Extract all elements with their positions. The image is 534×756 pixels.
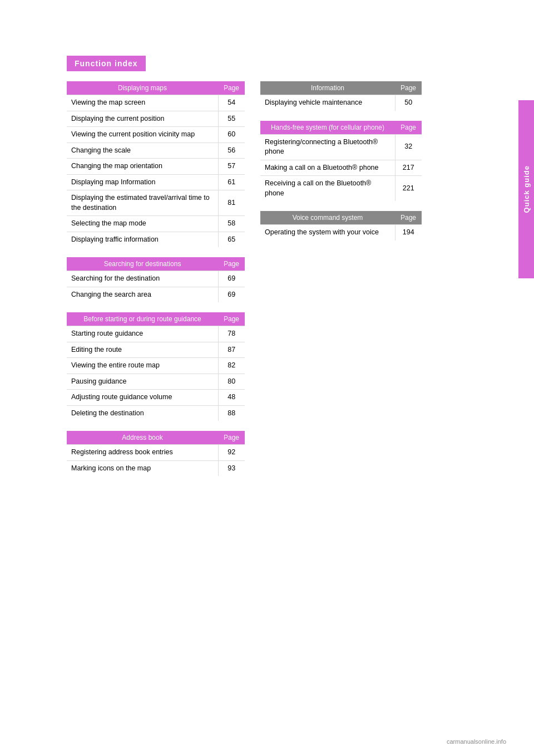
row-page: 69 [218, 271, 245, 287]
row-label: Viewing the map screen [67, 95, 218, 111]
voice-command-table: Voice command system Page Operating the … [260, 211, 422, 240]
row-label: Making a call on a Bluetooth® phone [260, 160, 395, 176]
voice-command-page-col: Page [395, 211, 422, 225]
row-label: Viewing the current position vicinity ma… [67, 127, 218, 143]
row-label: Adjusting route guidance volume [67, 390, 218, 406]
row-label: Editing the route [67, 342, 218, 358]
table-row: Changing the scale56 [67, 143, 245, 159]
table-row: Changing the map orientation57 [67, 159, 245, 175]
displaying-maps-page-col: Page [218, 81, 245, 95]
row-label: Changing the search area [67, 287, 218, 302]
row-label: Receiving a call on the Bluetooth® phone [260, 176, 395, 202]
hands-free-table: Hands-free system (for cellular phone) P… [260, 121, 422, 202]
row-label: Displaying the current position [67, 111, 218, 127]
table-row: Viewing the map screen54 [67, 95, 245, 111]
table-row: Selecting the map mode58 [67, 216, 245, 232]
row-label: Displaying vehicle maintenance [260, 95, 395, 111]
row-label: Changing the scale [67, 143, 218, 159]
row-page: 69 [218, 287, 245, 302]
table-row: Displaying the current position55 [67, 111, 245, 127]
table-row: Searching for the destination69 [67, 271, 245, 287]
table-row: Pausing guidance80 [67, 374, 245, 390]
section-title: Function index [67, 56, 146, 71]
row-page: 87 [218, 342, 245, 358]
route-guidance-header: Before starting or during route guidance [67, 312, 218, 326]
table-row: Viewing the entire route map82 [67, 358, 245, 374]
row-page: 54 [218, 95, 245, 111]
table-row: Registering/connecting a Bluetooth® phon… [260, 134, 422, 160]
row-page: 217 [395, 160, 422, 176]
address-book-table: Address book Page Registering address bo… [67, 431, 245, 476]
table-row: Operating the system with your voice194 [260, 225, 422, 240]
row-label: Starting route guidance [67, 326, 218, 342]
table-row: Starting route guidance78 [67, 326, 245, 342]
hands-free-page-col: Page [395, 121, 422, 135]
row-label: Marking icons on the map [67, 460, 218, 476]
row-page: 88 [218, 405, 245, 421]
table-row: Marking icons on the map93 [67, 460, 245, 476]
table-row: Displaying vehicle maintenance50 [260, 95, 422, 111]
footer-text: carmanualsonline.info [447, 738, 506, 745]
row-label: Displaying the estimated travel/arrival … [67, 190, 218, 216]
hands-free-header: Hands-free system (for cellular phone) [260, 121, 395, 135]
displaying-maps-table: Displaying maps Page Viewing the map scr… [67, 81, 245, 247]
content-area: Function index Displaying maps Page View… [67, 22, 506, 486]
row-page: 194 [395, 225, 422, 240]
row-page: 50 [395, 95, 422, 111]
row-label: Deleting the destination [67, 405, 218, 421]
left-column: Displaying maps Page Viewing the map scr… [67, 81, 245, 486]
row-label: Registering/connecting a Bluetooth® phon… [260, 134, 395, 160]
row-page: 58 [218, 216, 245, 232]
row-label: Operating the system with your voice [260, 225, 395, 240]
row-page: 56 [218, 143, 245, 159]
row-page: 65 [218, 232, 245, 247]
page-index-marker: i [516, 99, 517, 107]
footer: carmanualsonline.info [447, 738, 506, 745]
row-page: 221 [395, 176, 422, 202]
row-page: 48 [218, 390, 245, 406]
row-page: 82 [218, 358, 245, 374]
row-label: Changing the map orientation [67, 159, 218, 175]
address-book-page-col: Page [218, 431, 245, 445]
columns-wrapper: Displaying maps Page Viewing the map scr… [67, 81, 506, 486]
row-page: 60 [218, 127, 245, 143]
right-column: Information Page Displaying vehicle main… [260, 81, 422, 251]
sidebar-tab: Quick guide [518, 100, 534, 278]
table-row: Deleting the destination88 [67, 405, 245, 421]
table-row: Editing the route87 [67, 342, 245, 358]
searching-destinations-page-col: Page [218, 257, 245, 271]
searching-destinations-header: Searching for destinations [67, 257, 218, 271]
route-guidance-page-col: Page [218, 312, 245, 326]
table-row: Displaying the estimated travel/arrival … [67, 190, 245, 216]
row-page: 81 [218, 190, 245, 216]
row-label: Registering address book entries [67, 445, 218, 461]
sidebar-tab-label: Quick guide [522, 165, 531, 213]
table-row: Displaying map Information61 [67, 174, 245, 190]
row-label: Searching for the destination [67, 271, 218, 287]
row-page: 32 [395, 134, 422, 160]
row-page: 57 [218, 159, 245, 175]
row-page: 80 [218, 374, 245, 390]
searching-destinations-table: Searching for destinations Page Searchin… [67, 257, 245, 302]
row-page: 55 [218, 111, 245, 127]
table-row: Displaying traffic information65 [67, 232, 245, 247]
row-label: Selecting the map mode [67, 216, 218, 232]
table-row: Adjusting route guidance volume48 [67, 390, 245, 406]
row-label: Viewing the entire route map [67, 358, 218, 374]
table-row: Viewing the current position vicinity ma… [67, 127, 245, 143]
page-container: Quick guide i Function index Displaying … [0, 0, 534, 756]
voice-command-header: Voice command system [260, 211, 395, 225]
row-page: 92 [218, 445, 245, 461]
row-page: 78 [218, 326, 245, 342]
information-table: Information Page Displaying vehicle main… [260, 81, 422, 111]
table-row: Making a call on a Bluetooth® phone217 [260, 160, 422, 176]
table-row: Changing the search area69 [67, 287, 245, 302]
address-book-header: Address book [67, 431, 218, 445]
row-label: Displaying traffic information [67, 232, 218, 247]
row-page: 61 [218, 174, 245, 190]
table-row: Receiving a call on the Bluetooth® phone… [260, 176, 422, 202]
route-guidance-table: Before starting or during route guidance… [67, 312, 245, 421]
information-header: Information [260, 81, 395, 95]
displaying-maps-header: Displaying maps [67, 81, 218, 95]
information-page-col: Page [395, 81, 422, 95]
